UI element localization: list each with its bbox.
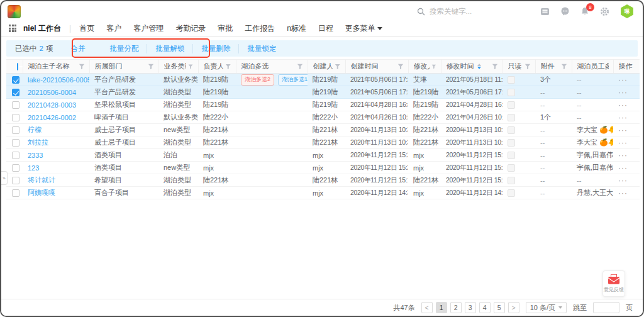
nav-item[interactable]: 审批 xyxy=(218,23,233,34)
workspace-title[interactable]: niel 工作台 xyxy=(23,23,61,34)
notifications-icon[interactable]: 8 xyxy=(580,7,589,16)
filter-funnel-icon[interactable] xyxy=(79,64,85,70)
jump-page-input[interactable] xyxy=(593,302,619,313)
readonly-checkbox[interactable] xyxy=(508,126,515,134)
column-header-label[interactable]: 负责人 xyxy=(204,62,223,71)
next-page-button[interactable]: > xyxy=(508,302,519,313)
select-all-checkbox[interactable] xyxy=(17,63,18,70)
filter-funnel-icon[interactable] xyxy=(148,64,154,70)
row-actions-button[interactable]: ··· xyxy=(618,176,628,185)
readonly-checkbox[interactable] xyxy=(508,114,515,121)
nav-item[interactable]: n标准 xyxy=(287,23,306,34)
app-logo-icon[interactable] xyxy=(8,5,21,18)
row-checkbox[interactable] xyxy=(12,189,19,197)
filter-funnel-icon[interactable] xyxy=(525,64,531,70)
filter-funnel-icon[interactable] xyxy=(335,64,341,70)
column-header-label[interactable]: 创建时间 xyxy=(351,62,379,71)
record-link[interactable]: 柠檬 xyxy=(28,126,42,133)
page-number-button[interactable]: 4 xyxy=(479,302,491,313)
page-number-button[interactable]: 3 xyxy=(465,302,476,313)
column-header-label[interactable]: 修改人 xyxy=(414,62,430,71)
nav-item[interactable]: 日程 xyxy=(318,23,333,34)
row-actions-button[interactable]: ··· xyxy=(618,138,628,147)
column-header-label[interactable]: 湖泊主子名称 xyxy=(28,62,70,71)
batch-action-button[interactable]: 批量锁定 xyxy=(238,44,284,53)
column-header-label[interactable]: 业务类型 xyxy=(164,62,187,71)
grid-menu-icon[interactable] xyxy=(9,25,16,32)
column-header-label[interactable]: 操作 xyxy=(619,62,633,71)
row-checkbox[interactable] xyxy=(12,89,19,96)
batch-action-button[interactable]: 批量删除 xyxy=(192,44,238,53)
sort-icons[interactable] xyxy=(477,64,481,69)
filter-funnel-icon[interactable] xyxy=(188,64,193,70)
row-checkbox[interactable] xyxy=(12,101,19,109)
record-link[interactable]: 阿姨嘎嘎 xyxy=(28,189,55,196)
record-link[interactable]: 20210426-0002 xyxy=(28,114,76,121)
readonly-checkbox[interactable] xyxy=(508,152,515,159)
column-header-label[interactable]: 修改时间 xyxy=(447,62,474,71)
page-number-button[interactable]: 2 xyxy=(450,302,462,313)
row-checkbox[interactable] xyxy=(12,177,19,184)
column-header-label[interactable]: 所属部门 xyxy=(95,62,123,71)
row-checkbox[interactable] xyxy=(12,152,19,159)
row-checkbox[interactable] xyxy=(12,114,19,121)
column-header-label[interactable]: 湖泊员工多选(无需 xyxy=(577,62,609,71)
page-size-select[interactable]: 10 条/页 xyxy=(526,302,567,313)
row-actions-button[interactable]: ··· xyxy=(618,164,628,172)
user-avatar[interactable]: 琳 xyxy=(620,4,634,18)
nav-item[interactable]: 考勤记录 xyxy=(175,23,206,34)
row-checkbox[interactable] xyxy=(12,76,19,84)
record-link[interactable]: 20210506-0004 xyxy=(28,89,76,96)
readonly-checkbox[interactable] xyxy=(508,76,515,84)
row-actions-button[interactable]: ··· xyxy=(618,88,628,97)
column-header-label[interactable]: 附件 xyxy=(541,62,555,71)
sidebar-expand-handle[interactable]: » xyxy=(1,171,8,185)
nav-item[interactable]: 客户管理 xyxy=(133,23,164,34)
readonly-checkbox[interactable] xyxy=(508,139,515,147)
row-actions-button[interactable]: ··· xyxy=(618,75,628,84)
column-header-label[interactable]: 创建人 xyxy=(313,62,333,71)
batch-action-button[interactable]: 批量解锁 xyxy=(147,44,192,53)
row-actions-button[interactable]: ··· xyxy=(618,189,628,197)
row-actions-button[interactable]: ··· xyxy=(618,101,628,109)
prev-page-button[interactable]: < xyxy=(421,302,433,313)
batch-action-button[interactable]: 批量分配 xyxy=(101,44,147,53)
nav-item[interactable]: 工作报告 xyxy=(245,23,275,34)
readonly-checkbox[interactable] xyxy=(508,189,515,197)
row-actions-button[interactable]: ··· xyxy=(618,151,628,160)
filter-funnel-icon[interactable] xyxy=(492,64,498,70)
record-link[interactable]: 2333 xyxy=(28,152,43,159)
record-link[interactable]: 123 xyxy=(28,164,39,172)
row-checkbox[interactable] xyxy=(12,139,19,147)
filter-funnel-icon[interactable] xyxy=(225,64,231,70)
record-link[interactable]: 20210428-0003 xyxy=(28,101,76,109)
filter-funnel-icon[interactable] xyxy=(297,64,303,70)
filter-funnel-icon[interactable] xyxy=(431,64,436,70)
readonly-checkbox[interactable] xyxy=(508,101,515,109)
record-link[interactable]: 将计就计 xyxy=(28,176,55,184)
merge-button[interactable]: 合并 xyxy=(70,44,85,53)
row-actions-button[interactable]: ··· xyxy=(618,126,628,135)
filter-funnel-icon[interactable] xyxy=(561,64,567,70)
readonly-checkbox[interactable] xyxy=(508,164,515,172)
record-link[interactable]: 刘拉拉 xyxy=(28,138,48,146)
messages-icon[interactable] xyxy=(560,7,570,16)
feedback-button[interactable]: 意见反馈 xyxy=(602,270,625,297)
column-header-label[interactable]: 湖泊多选 xyxy=(242,62,269,71)
nav-more-menu[interactable]: 更多菜单 xyxy=(345,23,382,34)
record-link[interactable]: lake-20210506-0005 xyxy=(28,76,89,84)
page-number-button[interactable]: 5 xyxy=(494,302,505,313)
global-search[interactable] xyxy=(417,8,505,16)
filter-funnel-icon[interactable] xyxy=(397,64,404,70)
settings-gear-icon[interactable] xyxy=(600,7,609,16)
readonly-checkbox[interactable] xyxy=(508,89,515,96)
nav-item[interactable]: 客户 xyxy=(106,23,121,34)
row-checkbox[interactable] xyxy=(12,126,19,134)
row-checkbox[interactable] xyxy=(12,164,19,172)
column-header-label[interactable]: 只读 xyxy=(508,62,522,71)
nav-item[interactable]: 首页 xyxy=(79,23,94,34)
row-actions-button[interactable]: ··· xyxy=(618,113,628,122)
search-input[interactable] xyxy=(430,8,505,15)
page-number-button[interactable]: 1 xyxy=(436,302,447,313)
readonly-checkbox[interactable] xyxy=(508,177,515,184)
